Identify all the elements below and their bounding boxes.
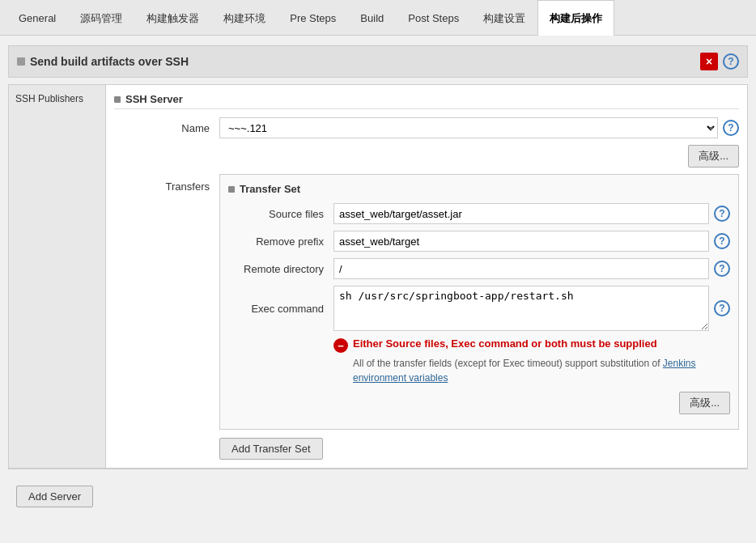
exec-command-label: Exec command [228, 303, 333, 315]
help-icon-name[interactable]: ? [723, 120, 739, 136]
remote-directory-control: ? [333, 258, 730, 279]
transfer-set-icon [228, 186, 235, 193]
error-text: Either Source files, Exec command or bot… [353, 337, 657, 350]
ssh-publishers-label: SSH Publishers [15, 93, 83, 104]
add-transfer-row: Add Transfer Set [219, 430, 739, 460]
remote-directory-label: Remote directory [228, 263, 333, 275]
add-transfer-button[interactable]: Add Transfer Set [219, 438, 323, 460]
ssh-server-icon [114, 96, 121, 103]
ssh-server-header: SSH Server [114, 93, 739, 109]
help-icon-remote[interactable]: ? [714, 261, 730, 277]
remove-prefix-row: Remove prefix ? [228, 231, 730, 252]
tab-bar: General 源码管理 构建触发器 构建环境 Pre Steps Build … [0, 0, 756, 36]
info-text: All of the transfer fields (except for E… [353, 356, 730, 385]
tab-source[interactable]: 源码管理 [68, 0, 134, 36]
help-icon-exec[interactable]: ? [714, 300, 730, 316]
transfers-content: Transfer Set Source files ? R [219, 174, 739, 460]
help-icon-section[interactable]: ? [723, 53, 739, 70]
transfers-row: Transfers Transfer Set Source files [114, 174, 739, 460]
section-title-text: Send build artifacts over SSH [30, 55, 189, 68]
ssh-panel: SSH Server Name ~~~.121 ▾ ? 高级... [106, 85, 747, 468]
transfers-label: Transfers [114, 174, 219, 193]
section-header: Send build artifacts over SSH × ? [8, 45, 748, 78]
section-title: Send build artifacts over SSH [17, 55, 189, 68]
transfers-panel: Transfer Set Source files ? R [219, 174, 739, 430]
tab-postbuild[interactable]: 构建后操作 [537, 0, 614, 36]
error-info-text: All of the transfer fields (except for E… [353, 358, 663, 369]
tab-trigger[interactable]: 构建触发器 [134, 0, 211, 36]
source-files-input[interactable] [333, 203, 709, 224]
tab-settings[interactable]: 构建设置 [471, 0, 537, 36]
name-row: Name ~~~.121 ▾ ? [114, 117, 739, 138]
sidebar: SSH Publishers [9, 85, 106, 468]
error-block: − Either Source files, Exec command or b… [333, 337, 730, 353]
source-files-label: Source files [228, 208, 333, 220]
tab-general[interactable]: General [6, 0, 68, 36]
tab-env[interactable]: 构建环境 [211, 0, 278, 36]
add-server-row: Add Server [8, 469, 748, 515]
content-layout: SSH Publishers SSH Server Name ~~~.121 ▾ [8, 84, 748, 469]
ssh-server-advanced-button[interactable]: 高级... [688, 145, 739, 168]
tab-poststeps[interactable]: Post Steps [396, 0, 471, 36]
advanced-btn-row: 高级... [114, 145, 739, 168]
main-content: Send build artifacts over SSH × ? SSH Pu… [0, 36, 756, 543]
error-section: − Either Source files, Exec command or b… [333, 337, 730, 385]
remove-prefix-input[interactable] [333, 231, 709, 252]
close-button[interactable]: × [700, 53, 718, 70]
remote-directory-input[interactable] [333, 258, 709, 279]
source-files-row: Source files ? [228, 203, 730, 224]
transfer-advanced-btn-row: 高级... [228, 392, 730, 414]
remove-prefix-label: Remove prefix [228, 235, 333, 248]
help-icon-source[interactable]: ? [714, 206, 730, 222]
transfer-advanced-button[interactable]: 高级... [679, 392, 730, 414]
exec-command-input[interactable] [333, 286, 709, 331]
source-files-control: ? [333, 203, 730, 224]
add-server-button[interactable]: Add Server [16, 486, 93, 507]
exec-command-control: ? [333, 286, 730, 331]
ssh-server-title: SSH Server [125, 93, 183, 105]
help-icon-prefix[interactable]: ? [714, 233, 730, 249]
error-icon: − [333, 338, 348, 353]
tab-build[interactable]: Build [348, 0, 396, 36]
remote-directory-row: Remote directory ? [228, 258, 730, 279]
name-select-wrapper[interactable]: ~~~.121 ▾ [219, 117, 718, 138]
tab-presteps[interactable]: Pre Steps [278, 0, 348, 36]
name-control: ~~~.121 ▾ ? [219, 117, 739, 138]
name-label: Name [114, 122, 219, 134]
header-actions: × ? [700, 53, 739, 70]
name-select[interactable]: ~~~.121 [219, 117, 718, 138]
remove-prefix-control: ? [333, 231, 730, 252]
section-title-icon [17, 57, 25, 66]
transfer-set-header: Transfer Set [228, 183, 730, 195]
transfer-set-title: Transfer Set [240, 183, 300, 195]
exec-command-row: Exec command ? [228, 286, 730, 331]
